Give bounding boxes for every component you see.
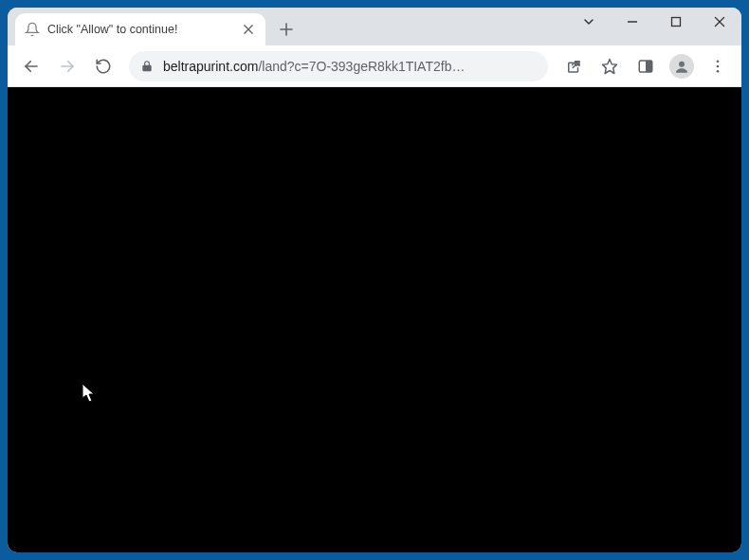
toolbar: beltrapurint.com/land?c=7O-393geR8kk1TIA… — [8, 45, 741, 87]
side-panel-button[interactable] — [630, 50, 662, 82]
cursor-icon — [82, 383, 97, 404]
svg-point-17 — [717, 69, 720, 72]
window-minimize-button[interactable] — [611, 8, 654, 36]
menu-button[interactable] — [702, 50, 734, 82]
forward-button[interactable] — [51, 50, 83, 82]
url-path: /land?c=7O-393geR8kk1TIAT2fb… — [258, 59, 465, 74]
svg-marker-10 — [603, 59, 617, 73]
tab-close-button[interactable] — [241, 22, 256, 37]
bookmark-button[interactable] — [594, 50, 626, 82]
window-close-button[interactable] — [698, 8, 741, 36]
tab-strip: Click "Allow" to continue! — [8, 8, 741, 45]
svg-rect-5 — [672, 18, 681, 27]
browser-tab[interactable]: Click "Allow" to continue! — [15, 13, 265, 45]
profile-button[interactable] — [666, 50, 698, 82]
svg-point-15 — [717, 60, 720, 63]
address-bar[interactable]: beltrapurint.com/land?c=7O-393geR8kk1TIA… — [129, 51, 548, 81]
url-domain: beltrapurint.com — [163, 59, 258, 74]
lock-icon — [140, 60, 154, 73]
new-tab-button[interactable] — [273, 16, 300, 43]
avatar-icon — [669, 54, 694, 79]
window-controls — [567, 8, 741, 36]
reload-button[interactable] — [87, 50, 119, 82]
bell-icon — [25, 22, 40, 37]
window-maximize-button[interactable] — [654, 8, 698, 36]
browser-window: Click "Allow" to continue! — [8, 8, 741, 552]
window-dropdown-button[interactable] — [567, 8, 611, 36]
page-content — [8, 87, 741, 552]
back-button[interactable] — [15, 50, 47, 82]
tab-title: Click "Allow" to continue! — [47, 23, 233, 36]
url-text: beltrapurint.com/land?c=7O-393geR8kk1TIA… — [163, 59, 537, 74]
svg-rect-13 — [647, 61, 652, 72]
share-button[interactable] — [557, 50, 590, 82]
svg-point-16 — [717, 64, 720, 67]
svg-point-14 — [679, 61, 685, 66]
